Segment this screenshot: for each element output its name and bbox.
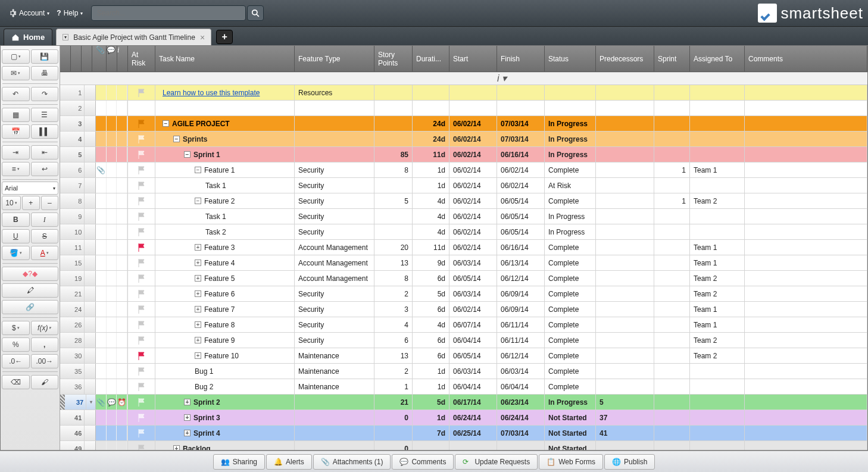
row-attach-icon[interactable] [96,255,107,270]
fill-color-button[interactable]: 🪣▾ [2,246,30,260]
story-cell[interactable]: 5 [374,193,413,208]
duration-cell[interactable]: 7d [413,426,449,440]
story-cell[interactable]: 1 [374,379,413,394]
comments-cell[interactable] [745,255,867,270]
table-row[interactable]: 4 −Sprints 24d 06/02/14 07/03/14 In Prog… [60,132,867,147]
finish-cell[interactable]: 07/03/14 [497,116,545,131]
assigned-cell[interactable] [690,224,745,239]
table-row[interactable]: 24 +Feature 7 Security 3 6d 06/02/14 06/… [60,302,867,317]
percent-button[interactable]: % [2,337,30,352]
status-cell[interactable]: In Progress [545,147,596,162]
flag-icon[interactable] [128,348,155,363]
row-discuss-icon[interactable] [107,255,117,270]
row-reminder-icon[interactable] [117,224,127,239]
feature-cell[interactable]: Security [295,302,374,317]
row-menu[interactable] [85,193,95,208]
row-number[interactable]: 10 [60,224,85,239]
status-cell[interactable]: Complete [545,271,596,286]
decrease-font-button[interactable]: – [41,196,59,210]
row-attach-icon[interactable] [96,410,107,425]
start-cell[interactable]: 06/25/14 [449,426,497,440]
expand-icon[interactable]: − [195,198,201,204]
start-cell[interactable]: 06/02/14 [449,193,497,208]
sprint-cell[interactable] [654,147,690,162]
row-menu[interactable] [85,348,95,363]
finish-cell[interactable] [497,101,545,115]
row-menu[interactable] [85,85,95,100]
row-attach-icon[interactable] [96,426,107,440]
row-number[interactable]: 11 [60,240,85,255]
row-menu[interactable] [85,147,95,162]
finish-cell[interactable]: 06/05/14 [497,209,545,224]
status-cell[interactable]: Complete [545,348,596,363]
col-story-points[interactable]: Story Points [374,46,413,71]
row-attach-icon[interactable] [96,193,107,208]
flag-icon[interactable] [128,426,155,440]
finish-cell[interactable] [497,441,545,450]
bold-button[interactable]: B [2,212,30,227]
task-name-cell[interactable]: +Feature 4 [155,255,295,270]
col-assigned-to[interactable]: Assigned To [690,46,745,71]
pred-cell[interactable] [596,271,654,286]
row-menu[interactable] [85,240,95,255]
row-menu[interactable] [85,317,95,332]
row-attach-icon[interactable]: 📎 [96,395,107,410]
link-button[interactable]: 🔗 [2,300,58,314]
finish-cell[interactable]: 06/23/14 [497,395,545,410]
discussion-header-icon[interactable]: 💬 [107,46,117,71]
story-cell[interactable]: 13 [374,255,413,270]
table-row[interactable]: 46 +Sprint 4 7d 06/25/14 07/03/14 Not St… [60,426,867,441]
row-attach-icon[interactable] [96,441,107,450]
underline-button[interactable]: U [2,229,30,243]
feature-cell[interactable]: Account Management [295,271,374,286]
table-row[interactable]: 15 +Feature 4 Account Management 13 9d 0… [60,255,867,271]
expand-icon[interactable]: + [195,337,201,343]
text-color-button[interactable]: A▾ [31,246,59,260]
pred-cell[interactable] [596,364,654,379]
row-reminder-icon[interactable] [117,379,127,394]
story-cell[interactable] [374,132,413,146]
increase-font-button[interactable]: + [22,196,40,210]
font-select[interactable]: Arial▾ [2,182,58,195]
row-number[interactable]: 36 [60,379,85,394]
row-reminder-icon[interactable] [117,317,127,332]
table-row[interactable]: 21 +Feature 6 Security 2 5d 06/03/14 06/… [60,286,867,302]
row-menu[interactable] [85,441,95,450]
row-reminder-icon[interactable] [117,116,127,131]
assigned-cell[interactable] [690,101,745,115]
comments-cell[interactable] [745,101,867,115]
duration-cell[interactable]: 6d [413,333,449,348]
finish-cell[interactable]: 06/24/14 [497,410,545,425]
row-attach-icon[interactable] [96,132,107,146]
sprint-cell[interactable] [654,410,690,425]
comments-cell[interactable] [745,147,867,162]
task-name-cell[interactable]: −Feature 2 [155,193,295,208]
flag-icon[interactable] [128,209,155,224]
task-name-cell[interactable]: Task 2 [155,224,295,239]
pred-cell[interactable] [596,193,654,208]
row-menu[interactable] [85,101,95,115]
start-cell[interactable] [449,101,497,115]
start-cell[interactable]: 06/02/14 [449,147,497,162]
start-cell[interactable]: 06/05/14 [449,348,497,363]
story-cell[interactable] [374,101,413,115]
highlight-button[interactable]: 🖍 [2,283,58,298]
task-name-cell[interactable]: +Feature 6 [155,286,295,301]
row-discuss-icon[interactable] [107,426,117,440]
status-cell[interactable]: Complete [545,302,596,317]
status-cell[interactable]: In Progress [545,132,596,146]
row-attach-icon[interactable] [96,271,107,286]
row-number[interactable]: 4 [60,132,85,146]
expand-icon[interactable]: − [163,120,169,127]
finish-cell[interactable]: 06/16/14 [497,240,545,255]
table-row[interactable]: 35 Bug 1 Maintenance 2 1d 06/03/14 06/03… [60,364,867,379]
assigned-cell[interactable] [690,441,745,450]
comments-cell[interactable] [745,441,867,450]
undo-button[interactable]: ↶ [2,87,30,101]
pred-cell[interactable] [596,85,654,100]
expand-icon[interactable]: − [195,167,201,173]
feature-cell[interactable]: Resources [295,85,374,100]
table-row[interactable]: 41 +Sprint 3 0 1d 06/24/14 06/24/14 Not … [60,410,867,426]
sprint-cell[interactable] [654,85,690,100]
row-discuss-icon[interactable] [107,85,117,100]
